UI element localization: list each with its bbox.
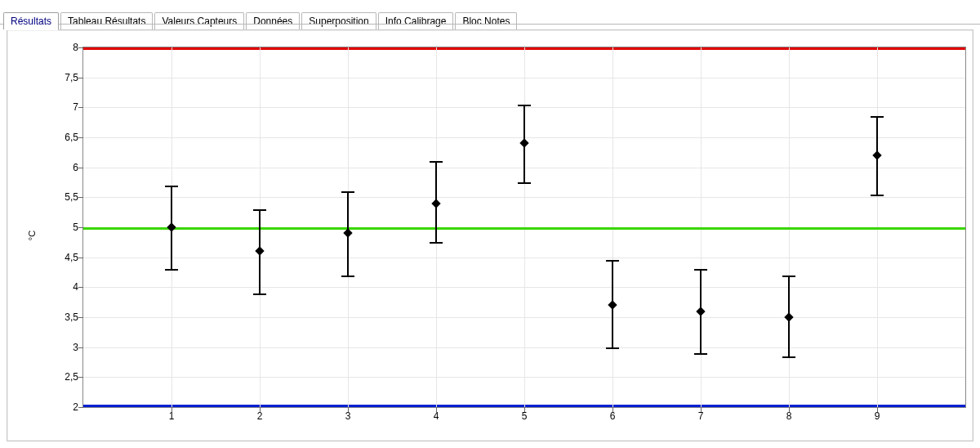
y-tick-label: 8 xyxy=(73,42,83,53)
tab-bar: RésultatsTableau RésultatsValeurs Capteu… xyxy=(0,0,980,29)
tab-bloc-notes[interactable]: Bloc Notes xyxy=(455,12,517,29)
point-marker xyxy=(255,247,264,256)
error-bar-cap-top xyxy=(782,276,795,277)
error-bar-cap-bottom xyxy=(871,195,884,196)
y-tick-label: 7,5 xyxy=(65,72,83,83)
y-tick-label: 6,5 xyxy=(65,132,83,143)
x-tick-label: 5 xyxy=(522,407,528,422)
error-bar-cap-bottom xyxy=(606,347,619,349)
y-tick-label: 3,5 xyxy=(65,311,83,323)
point-marker xyxy=(519,139,528,148)
tab-baseline xyxy=(0,24,980,25)
error-bar-cap-bottom xyxy=(518,182,531,184)
tab-label: Résultats xyxy=(11,16,51,27)
tab-label: Données xyxy=(253,16,292,27)
error-bar-cap-top xyxy=(341,191,354,193)
y-tick-label: 6 xyxy=(73,162,83,173)
error-bar-cap-top xyxy=(606,260,619,262)
tab-tableau-résultats[interactable]: Tableau Résultats xyxy=(60,12,153,29)
y-axis-label: °C xyxy=(27,231,37,240)
chart-panel: °C 22,533,544,555,566,577,58123456789 xyxy=(7,29,973,441)
y-tick-label: 2 xyxy=(73,401,83,413)
tab-résultats[interactable]: Résultats xyxy=(3,12,59,29)
y-tick-label: 7 xyxy=(73,101,83,113)
tab-label: Valeurs Capteurs xyxy=(162,16,237,27)
tab-valeurs-capteurs[interactable]: Valeurs Capteurs xyxy=(154,12,244,29)
point-marker xyxy=(343,229,352,238)
tab-label: Info Calibrage xyxy=(385,16,447,27)
tab-superposition[interactable]: Superposition xyxy=(301,12,376,29)
tab-label: Superposition xyxy=(309,16,368,27)
error-bar-cap-bottom xyxy=(341,276,354,277)
x-tick-label: 7 xyxy=(698,407,704,422)
data-point xyxy=(877,47,878,407)
x-tick-label: 1 xyxy=(169,407,175,422)
x-tick-label: 9 xyxy=(875,407,880,422)
error-bar-cap-bottom xyxy=(694,353,707,355)
x-tick-label: 2 xyxy=(257,407,263,422)
tab-label: Tableau Résultats xyxy=(68,16,145,27)
error-bar-cap-bottom xyxy=(430,242,443,244)
x-tick-label: 4 xyxy=(434,407,439,422)
data-point xyxy=(260,47,261,407)
y-tick-label: 4,5 xyxy=(65,252,83,263)
error-bar-cap-top xyxy=(430,161,443,163)
point-marker xyxy=(872,150,881,159)
point-marker xyxy=(608,301,617,310)
point-marker xyxy=(784,312,793,321)
point-marker xyxy=(696,307,705,316)
y-tick-label: 5 xyxy=(73,222,83,233)
error-bar-cap-top xyxy=(518,105,531,106)
data-point xyxy=(701,47,702,407)
x-tick-label: 3 xyxy=(345,407,351,422)
x-tick-label: 8 xyxy=(786,407,792,422)
tab-données[interactable]: Données xyxy=(246,12,300,29)
error-bar-cap-top xyxy=(694,269,707,271)
plot-area: 22,533,544,555,566,577,58123456789 xyxy=(82,47,966,408)
error-bar-cap-bottom xyxy=(165,269,178,271)
y-tick-label: 2,5 xyxy=(65,371,83,383)
data-point xyxy=(172,47,172,407)
data-point xyxy=(612,47,613,407)
point-marker xyxy=(167,222,176,231)
error-bar-cap-bottom xyxy=(782,356,795,358)
y-tick-label: 3 xyxy=(73,342,83,353)
point-marker xyxy=(431,199,440,208)
tab-label: Bloc Notes xyxy=(462,16,510,27)
error-bar-cap-bottom xyxy=(253,293,266,295)
error-bar-cap-top xyxy=(871,116,884,118)
tab-info-calibrage[interactable]: Info Calibrage xyxy=(378,12,454,29)
data-point xyxy=(789,47,790,407)
error-bar-cap-top xyxy=(165,186,178,187)
error-bar-cap-top xyxy=(253,209,266,211)
data-point xyxy=(436,47,437,407)
data-point xyxy=(348,47,349,407)
y-tick-label: 5,5 xyxy=(65,191,83,203)
data-point xyxy=(524,47,525,407)
x-tick-label: 6 xyxy=(610,407,616,422)
y-tick-label: 4 xyxy=(73,281,83,293)
